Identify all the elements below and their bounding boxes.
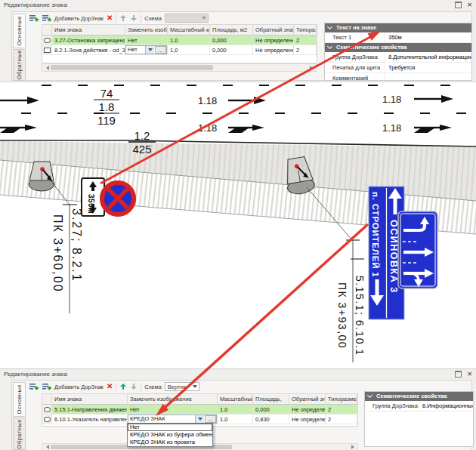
add-dorznak-button[interactable]: Добавить ДорЗнак xyxy=(54,384,104,390)
property-row[interactable]: Группа ДорЗнака 8.Дополнительной информа… xyxy=(325,52,471,63)
signs-table: Имя знака Заменить изображение Масштабны… xyxy=(42,393,358,427)
replace-image-combobox[interactable]: Нет… xyxy=(125,45,167,54)
delete-icon[interactable]: ✕ xyxy=(107,14,113,22)
sign-3-27-no-stopping[interactable] xyxy=(100,181,136,217)
dropdown-option[interactable]: КРЕДО ЗНАК из буфера обмена xyxy=(128,431,212,439)
float-window-icon[interactable] xyxy=(455,371,462,378)
panel-titlebar[interactable]: Редактирование знака ✕ xyxy=(0,0,476,11)
col-back[interactable]: Обратный знак xyxy=(289,394,326,405)
sign-editor-panel-bottom: Редактирование знака ✕ Основные Обратные… xyxy=(0,368,476,450)
add-row-icon[interactable] xyxy=(29,14,39,23)
toolbar: Добавить ДорЗнак ✕ Схема xyxy=(29,13,209,23)
destination-top: ОСИНОВКА 3 xyxy=(388,220,399,294)
tab-obratnye[interactable]: Обратные xyxy=(13,418,26,450)
signs-table: Имя знака Заменить изобра Масштабный ко … xyxy=(42,24,317,63)
col-selector xyxy=(42,394,52,405)
col-name[interactable]: Имя знака xyxy=(52,394,128,405)
signpost-symbol-left[interactable] xyxy=(29,162,54,191)
move-down-icon[interactable] xyxy=(130,14,138,22)
chevron-down-icon xyxy=(193,385,197,390)
delete-icon[interactable]: ✕ xyxy=(107,383,113,390)
dropdown-option[interactable]: Нет xyxy=(128,424,212,431)
dim-right-station-label: ПК 3+93,00 xyxy=(336,282,348,349)
add-row-alt-icon[interactable] xyxy=(42,382,51,391)
app-window: Редактирование знака ✕ Основные Обратные… xyxy=(0,0,476,450)
close-icon[interactable]: ✕ xyxy=(467,2,472,8)
col-scale[interactable]: Масштабный ко xyxy=(218,394,253,405)
scroll-right-icon[interactable] xyxy=(308,64,316,71)
dim-right-signs-label: 5.15.1; 6.10.1 xyxy=(354,276,366,356)
arrow-merge-right xyxy=(414,125,452,133)
property-row[interactable]: Текст 1 350м xyxy=(325,32,471,43)
add-row-icon[interactable] xyxy=(29,382,39,391)
col-area[interactable]: Площадь, xyxy=(253,394,289,405)
col-size[interactable]: Типоразмер xyxy=(326,394,357,405)
svg-text:1.8: 1.8 xyxy=(99,100,115,113)
scroll-right-icon[interactable] xyxy=(350,444,357,450)
table-row[interactable]: 1 5.15.1-Направления движения по полосам… xyxy=(42,405,357,415)
semantic-props-header[interactable]: Семантические свойства xyxy=(365,392,473,401)
svg-text:1.18: 1.18 xyxy=(382,94,401,105)
lane-markings xyxy=(0,85,476,113)
semantic-props-header[interactable]: Семантические свойства xyxy=(325,43,471,52)
schema-select xyxy=(165,14,209,23)
dropdown-option[interactable]: КРЕДО ЗНАК из проекта xyxy=(128,439,212,446)
browse-button[interactable]: … xyxy=(155,46,166,54)
plan-drawing: 74 1.8 119 1.2 425 1.18 1.18 1.18 1.18 xyxy=(0,82,476,368)
svg-text:425: 425 xyxy=(132,143,151,156)
browse-button[interactable]: … xyxy=(205,415,216,423)
col-name[interactable]: Имя знака xyxy=(52,25,125,35)
col-back[interactable]: Обратный знак xyxy=(253,25,294,35)
toolbar-separator xyxy=(116,14,116,23)
arrow-straight-right xyxy=(414,95,453,103)
property-row[interactable]: Группа ДорЗнака 6.Информационные xyxy=(365,401,473,411)
text1-value[interactable]: 350м xyxy=(385,32,471,42)
property-row[interactable]: Печатка для щита Требуется xyxy=(325,63,471,73)
svg-text:1.18: 1.18 xyxy=(382,122,401,134)
toolbar: Добавить ДорЗнак ✕ Схема Вертик xyxy=(29,381,199,392)
scroll-left-icon[interactable] xyxy=(42,64,50,71)
close-icon[interactable]: ✕ xyxy=(467,371,472,378)
scroll-left-icon[interactable] xyxy=(42,444,50,450)
schema-select[interactable]: Вертик xyxy=(165,382,199,391)
chevron-down-icon[interactable] xyxy=(195,415,204,423)
tab-obratnye[interactable]: Обратные xyxy=(13,49,26,81)
arrow-straight-left xyxy=(0,97,39,104)
ellipse-shape-icon xyxy=(44,417,51,422)
table-header-row: Имя знака Заменить изображение Масштабны… xyxy=(42,394,357,405)
col-replace[interactable]: Заменить изображение xyxy=(128,394,218,405)
rect-shape-icon xyxy=(44,48,51,53)
panel-title: Редактирование знака xyxy=(4,2,67,8)
svg-text:119: 119 xyxy=(97,114,116,127)
move-up-icon[interactable] xyxy=(119,14,127,22)
svg-text:1.18: 1.18 xyxy=(198,122,217,134)
schema-label: Схема xyxy=(144,15,162,22)
toolbar-separator xyxy=(116,383,116,391)
col-scale[interactable]: Масштабный ко xyxy=(168,25,210,35)
panel-titlebar[interactable]: Редактирование знака ✕ xyxy=(0,369,476,380)
dim-left-signs-label: 3.27; 8.2.1 xyxy=(70,208,83,282)
property-row[interactable]: Комментарий xyxy=(325,73,471,81)
property-grid: Семантические свойства Группа ДорЗнака 6… xyxy=(364,391,474,447)
tab-osnovnye[interactable]: Основные xyxy=(13,14,26,48)
add-dorznak-button[interactable]: Добавить ДорЗнак xyxy=(54,15,104,22)
text-on-sign-header[interactable]: Текст на знаке xyxy=(325,23,471,32)
arrow-merge-mid xyxy=(228,125,264,133)
move-up-icon[interactable] xyxy=(119,383,127,390)
table-row[interactable]: 2 8.2.1-Зона действия - od_311 Нет… 1,0 … xyxy=(42,45,317,55)
sign-5-15-1-lanes[interactable] xyxy=(398,211,437,288)
add-row-alt-icon[interactable] xyxy=(42,14,51,23)
svg-text:1.18: 1.18 xyxy=(198,95,217,106)
chevron-down-icon[interactable] xyxy=(145,46,154,54)
horizontal-scrollbar[interactable] xyxy=(42,63,317,72)
col-replace[interactable]: Заменить изобра xyxy=(125,25,168,35)
float-window-icon[interactable] xyxy=(455,2,462,8)
col-size[interactable]: Типоразм xyxy=(294,25,317,35)
table-row[interactable]: 1 3.27-Остановка запрещена - od_106 Нет … xyxy=(42,35,317,45)
replace-image-dropdown-list: Нет КРЕДО ЗНАК из буфера обмена КРЕДО ЗН… xyxy=(127,423,213,447)
move-down-icon[interactable] xyxy=(130,383,138,390)
scrollbar-thumb[interactable] xyxy=(51,65,213,70)
col-area[interactable]: Площадь, м2 xyxy=(210,25,253,35)
col-selector xyxy=(42,25,52,35)
tab-osnovnye[interactable]: Основные xyxy=(13,382,26,417)
